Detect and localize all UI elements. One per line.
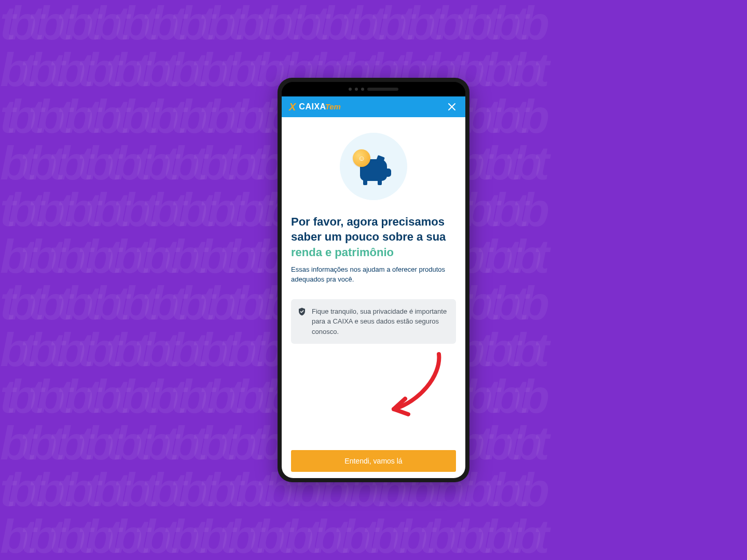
hero-illustration: ☺ <box>291 133 456 200</box>
piggybank-icon: ☺ <box>357 152 390 181</box>
coin-icon: ☺ <box>353 149 370 167</box>
screen-content: ☺ Por favor, agora precisamos saber um p… <box>282 117 465 478</box>
brand-caixa-text: CAIXA <box>299 102 326 111</box>
spacer <box>291 344 456 450</box>
cta-button[interactable]: Entendi, vamos lá <box>291 450 456 472</box>
phone-hardware-top <box>282 82 465 96</box>
privacy-text: Fique tranquilo, sua privacidade é impor… <box>312 306 449 337</box>
hero-circle: ☺ <box>340 133 407 200</box>
brand-tem-text: Tem <box>325 102 341 111</box>
heading-accent: renda e patrimônio <box>291 245 456 260</box>
shield-check-icon <box>297 307 307 316</box>
app-brand: X CAIXATem <box>289 101 341 113</box>
phone-frame: X CAIXATem <box>278 78 469 482</box>
subtext: Essas informações nos ajudam a oferecer … <box>291 264 456 285</box>
app-screen: X CAIXATem <box>282 96 465 478</box>
brand-x-icon: X <box>289 101 296 113</box>
privacy-infobox: Fique tranquilo, sua privacidade é impor… <box>291 299 456 344</box>
phone-inner: X CAIXATem <box>282 82 465 478</box>
close-icon <box>448 103 456 111</box>
heading-main: Por favor, agora precisamos saber um pou… <box>291 215 456 244</box>
annotation-arrow <box>369 348 452 421</box>
close-button[interactable] <box>446 101 458 113</box>
app-header: X CAIXATem <box>282 96 465 117</box>
